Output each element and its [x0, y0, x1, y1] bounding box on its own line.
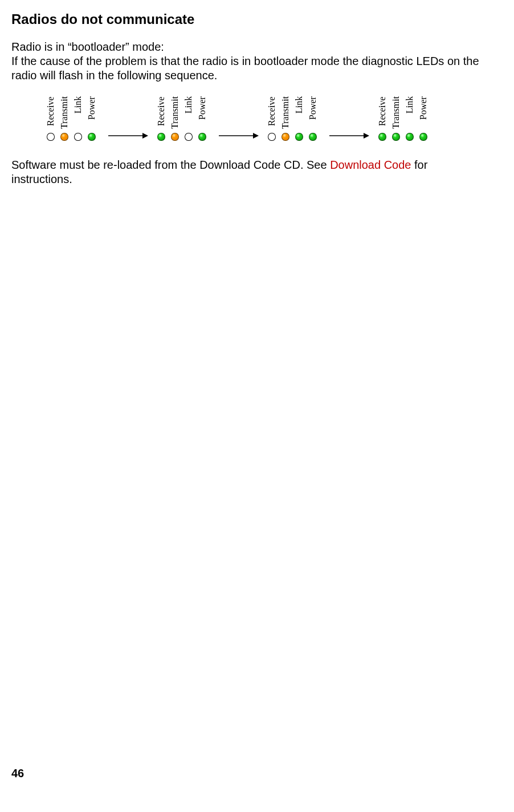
led-label-power: Power: [418, 96, 429, 131]
instruction-before: Software must be re-loaded from the Down…: [11, 159, 330, 171]
led-label-power: Power: [197, 96, 207, 131]
led-col-transmit: Transmit: [280, 96, 291, 141]
led-label-receive: Receive: [46, 96, 56, 131]
led-col-link: Link: [405, 96, 415, 141]
led-col-transmit: Transmit: [59, 96, 70, 141]
led-label-receive: Receive: [267, 96, 277, 131]
arrow-icon: [329, 132, 369, 140]
led-step-4: Receive Transmit Link Power: [377, 96, 432, 141]
led-transmit-indicator: [392, 133, 400, 141]
led-receive-indicator: [378, 133, 386, 141]
led-col-power: Power: [418, 96, 429, 141]
led-col-receive: Receive: [377, 96, 387, 141]
led-col-power: Power: [87, 96, 97, 141]
led-col-link: Link: [183, 96, 194, 141]
body-text: Radio is in “bootloader” mode: If the ca…: [11, 40, 480, 83]
page-number: 46: [11, 767, 24, 780]
instruction-text: Software must be re-loaded from the Down…: [11, 158, 480, 186]
led-label-receive: Receive: [377, 96, 387, 131]
led-link-indicator: [185, 133, 193, 141]
svg-marker-3: [253, 133, 259, 139]
led-label-transmit: Transmit: [280, 96, 291, 131]
led-label-link: Link: [294, 96, 304, 131]
body-line-2: If the cause of the problem is that the …: [11, 55, 479, 82]
body-line-1: Radio is in “bootloader” mode:: [11, 40, 164, 53]
led-col-transmit: Transmit: [170, 96, 180, 141]
led-transmit-indicator: [171, 133, 179, 141]
led-power-indicator: [198, 133, 206, 141]
led-label-link: Link: [73, 96, 83, 131]
led-receive-indicator: [157, 133, 165, 141]
led-label-link: Link: [183, 96, 194, 131]
led-step-1: Receive Transmit Link Power: [46, 96, 100, 141]
led-col-link: Link: [294, 96, 304, 141]
led-col-link: Link: [73, 96, 83, 141]
led-label-transmit: Transmit: [170, 96, 180, 131]
download-code-link[interactable]: Download Code: [330, 159, 411, 171]
led-col-receive: Receive: [156, 96, 166, 141]
section-heading: Radios do not communicate: [11, 11, 480, 27]
svg-marker-1: [142, 133, 148, 139]
led-col-transmit: Transmit: [391, 96, 401, 141]
led-col-power: Power: [308, 96, 318, 141]
arrow-icon: [108, 132, 148, 140]
led-receive-indicator: [47, 133, 55, 141]
led-step-2: Receive Transmit Link Power: [156, 96, 211, 141]
led-col-power: Power: [197, 96, 207, 141]
led-col-receive: Receive: [267, 96, 277, 141]
led-label-receive: Receive: [156, 96, 166, 131]
led-label-transmit: Transmit: [59, 96, 70, 131]
arrow-icon: [219, 132, 259, 140]
led-label-transmit: Transmit: [391, 96, 401, 131]
led-col-receive: Receive: [46, 96, 56, 141]
led-label-power: Power: [87, 96, 97, 131]
svg-marker-5: [364, 133, 369, 139]
led-receive-indicator: [268, 133, 276, 141]
led-power-indicator: [309, 133, 317, 141]
led-power-indicator: [419, 133, 427, 141]
led-transmit-indicator: [282, 133, 289, 141]
led-link-indicator: [74, 133, 82, 141]
led-sequence-diagram: Receive Transmit Link Power Receive Tran…: [46, 96, 480, 141]
led-step-3: Receive Transmit Link Power: [267, 96, 321, 141]
led-power-indicator: [88, 133, 96, 141]
led-label-power: Power: [308, 96, 318, 131]
led-link-indicator: [295, 133, 303, 141]
led-link-indicator: [406, 133, 414, 141]
led-transmit-indicator: [60, 133, 68, 141]
led-label-link: Link: [405, 96, 415, 131]
